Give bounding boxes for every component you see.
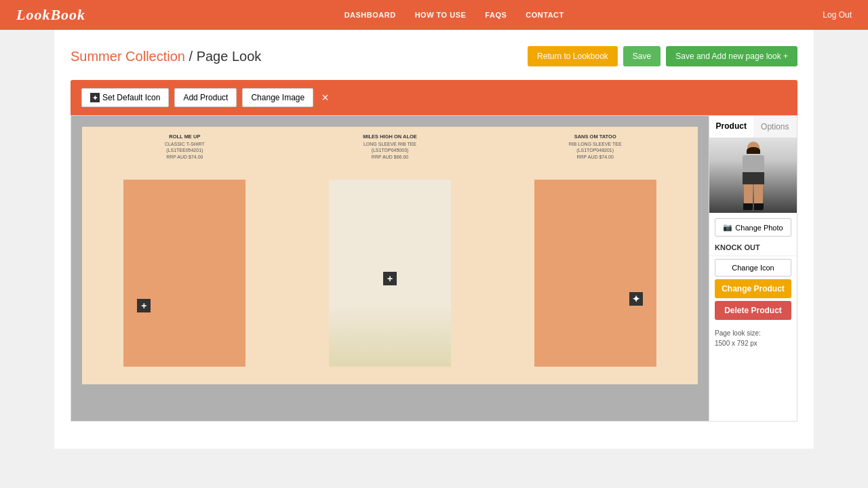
product-label-2: MILES HIGH ON ALOE LONG SLEEVE RIB TEE (… [363, 134, 417, 161]
lookbook-image: ROLL ME UP CLASSIC T-SHIRT (LS1TEE054201… [82, 127, 698, 384]
header-buttons: Return to Lookbook Save Save and Add new… [528, 46, 797, 66]
plus-icon-2[interactable]: + [383, 272, 397, 285]
change-product-button[interactable]: Change Product [715, 279, 791, 298]
nav-dashboard[interactable]: DASHBOARD [344, 11, 396, 19]
change-icon-button[interactable]: Change Icon [715, 259, 791, 277]
size-info: Page look size: 1500 x 792 px [709, 323, 797, 351]
breadcrumb-separator: / [185, 49, 197, 64]
logout-link[interactable]: Log Out [823, 10, 852, 20]
breadcrumb-collection[interactable]: Summer Collection [71, 49, 185, 64]
sidebar-product-image [709, 138, 797, 213]
plus-icon-3[interactable]: ✦ [629, 292, 643, 306]
product-col-1: ROLL ME UP CLASSIC T-SHIRT (LS1TEE054201… [82, 127, 288, 367]
toolbar: ✦ Set Default Icon Add Product Change Im… [71, 80, 797, 115]
product-col-2: MILES HIGH ON ALOE LONG SLEEVE RIB TEE (… [288, 127, 493, 367]
add-product-button[interactable]: Add Product [174, 88, 237, 107]
page-look-editor: ✦ Set Default Icon Add Product Change Im… [71, 80, 797, 422]
top-nav: LookBook DASHBOARD HOW TO USE FAQS CONTA… [0, 0, 868, 30]
delete-product-button[interactable]: Delete Product [715, 301, 791, 320]
size-info-label: Page look size: [715, 328, 791, 338]
plus-icon-1[interactable]: + [137, 299, 151, 312]
knockout-label: KNOCK OUT [709, 239, 797, 256]
content-area: ROLL ME UP CLASSIC T-SHIRT (LS1TEE054201… [71, 115, 797, 422]
nav-how-to-use[interactable]: HOW TO USE [415, 11, 467, 19]
breadcrumb-page: Page Look [197, 49, 262, 64]
default-icon-symbol: ✦ [90, 93, 100, 102]
size-info-value: 1500 x 792 px [715, 338, 791, 348]
set-default-icon-label: Set Default Icon [102, 93, 160, 102]
camera-icon: 📷 [723, 223, 732, 232]
return-to-lookbook-button[interactable]: Return to Lookbook [528, 46, 618, 66]
breadcrumb: Summer Collection / Page Look [71, 49, 261, 64]
header-row: Summer Collection / Page Look Return to … [71, 46, 797, 66]
nav-contact[interactable]: CONTACT [526, 11, 564, 19]
set-default-icon-button[interactable]: ✦ Set Default Icon [81, 88, 169, 107]
sidebar-panel: Product Options [709, 116, 797, 421]
app-logo: LookBook [16, 6, 85, 24]
nav-links: DASHBOARD HOW TO USE FAQS CONTACT [344, 11, 564, 19]
tab-options[interactable]: Options [753, 116, 797, 138]
image-area: ROLL ME UP CLASSIC T-SHIRT (LS1TEE054201… [71, 116, 709, 421]
change-photo-button[interactable]: 📷 Change Photo [715, 218, 791, 237]
save-add-button[interactable]: Save and Add new page look + [666, 46, 797, 66]
sidebar-tabs: Product Options [709, 116, 797, 138]
product-label-1: ROLL ME UP CLASSIC T-SHIRT (LS1TEE054201… [165, 134, 205, 161]
main-content: Summer Collection / Page Look Return to … [54, 30, 814, 449]
product-col-3: SANS OM TATOO RIB LONG SLEEVE TEE (LS1TO… [492, 127, 698, 367]
save-button[interactable]: Save [623, 46, 660, 66]
nav-faqs[interactable]: FAQS [485, 11, 507, 19]
change-image-button[interactable]: Change Image [242, 88, 313, 107]
close-icon[interactable]: × [321, 91, 329, 105]
product-label-3: SANS OM TATOO RIB LONG SLEEVE TEE (LS1TO… [569, 134, 622, 161]
tab-product[interactable]: Product [709, 116, 753, 138]
